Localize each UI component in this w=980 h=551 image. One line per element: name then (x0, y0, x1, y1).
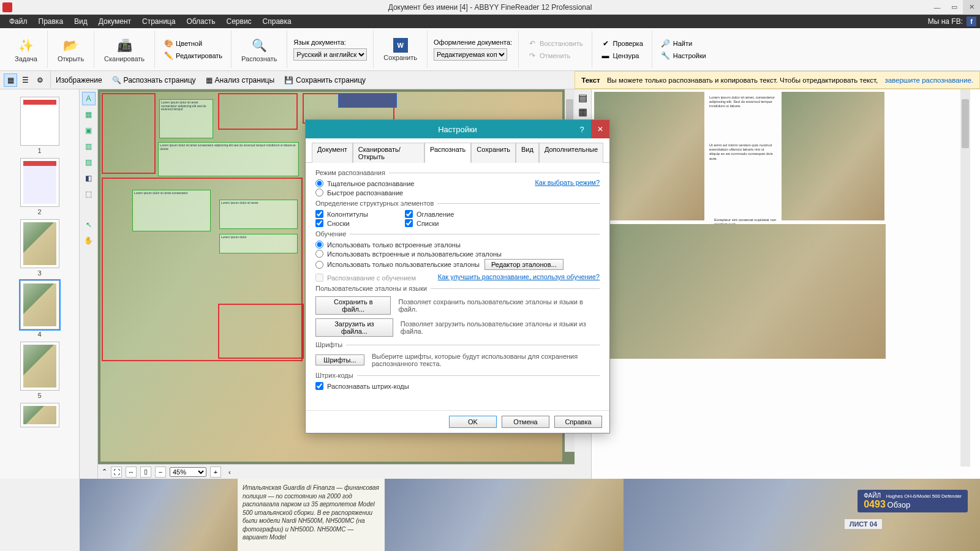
text-content[interactable]: Lorem ipsum dolor sit amet, consectetur … (592, 89, 980, 479)
zoom-in-button[interactable]: + (210, 467, 221, 478)
dialog-footer: OK Отмена Справка (306, 410, 609, 433)
zoom-out-button[interactable]: − (155, 467, 166, 478)
settings-button[interactable]: 🔧Настройки (658, 50, 709, 61)
tool-recognition-area[interactable]: ◧ (82, 171, 96, 185)
menu-file[interactable]: Файл (4, 17, 33, 26)
title-bar: Документ без имени [4] - ABBYY FineReade… (0, 0, 980, 15)
cb-barcode[interactable]: Распознавать штрих-коды (315, 381, 600, 391)
menu-service[interactable]: Сервис (221, 17, 257, 26)
fb-label: Мы на FB: (928, 17, 963, 26)
menu-edit[interactable]: Правка (33, 17, 69, 26)
wrench-icon: 🔧 (661, 51, 671, 61)
tool-eraser[interactable]: ⬚ (82, 187, 96, 201)
image-tab[interactable]: Изображение (51, 76, 107, 84)
thumbnail-4[interactable] (20, 280, 59, 329)
tab-advanced[interactable]: Дополнительные (539, 143, 603, 163)
thumbnail-6[interactable] (20, 403, 59, 427)
verify-button[interactable]: ✔Проверка (598, 38, 646, 49)
cb-headers[interactable]: Колонтитулы (315, 209, 368, 219)
fonts-button[interactable]: Шрифты... (315, 354, 364, 365)
menu-help[interactable]: Справка (257, 17, 297, 26)
menu-document[interactable]: Документ (93, 17, 137, 26)
thumbnail-3[interactable] (20, 219, 59, 268)
find-button[interactable]: 🔎Найти (658, 38, 709, 49)
fit-page-button[interactable]: ⛶ (111, 467, 122, 478)
read-button[interactable]: 🔍 Распознать (238, 37, 281, 62)
tool-table-area[interactable]: ▦ (82, 108, 96, 121)
menu-page[interactable]: Страница (137, 17, 181, 26)
thumbnail-5[interactable] (20, 342, 59, 391)
thumbnail-1[interactable] (20, 97, 59, 146)
layout-select[interactable]: Редактируемая копия (434, 48, 507, 61)
menu-view[interactable]: Вид (69, 17, 93, 26)
dialog-help-icon[interactable]: ? (573, 120, 591, 138)
tool-text-area[interactable]: A (82, 92, 96, 105)
training-help-link[interactable]: Как улучшить распознавание, используя об… (438, 273, 600, 280)
menu-area[interactable]: Область (181, 17, 221, 26)
text-scrollbar[interactable] (960, 89, 970, 467)
analyze-page-button[interactable]: ▦Анализ страницы (201, 76, 280, 84)
view-details-button[interactable]: ☰ (18, 73, 32, 87)
prev-button[interactable]: ‹ (228, 468, 231, 476)
dialog-close-icon[interactable]: ✕ (591, 120, 609, 138)
radio-both[interactable]: Использовать встроенные и пользовательск… (315, 249, 600, 258)
task-button[interactable]: ✨ Задача (11, 37, 41, 62)
read-page-button[interactable]: 🔍Распознать страницу (107, 76, 201, 84)
pattern-editor-button[interactable]: Редактор эталонов... (484, 259, 564, 270)
text-tool-1[interactable]: ▤ (578, 92, 587, 103)
tool-background-area[interactable]: ▨ (82, 156, 96, 169)
radio-user-only[interactable]: Использовать только пользовательские эта… (315, 260, 480, 269)
tab-document[interactable]: Документ (312, 143, 353, 163)
view-thumbnails-button[interactable]: ▦ (4, 73, 17, 87)
radio-thorough[interactable]: Тщательное распознавание (315, 179, 535, 188)
ok-button[interactable]: OK (449, 416, 497, 428)
help-button[interactable]: Справка (554, 416, 602, 428)
collapse-icon[interactable]: ⌃ (102, 468, 107, 476)
tool-barcode-area[interactable]: ▥ (82, 140, 96, 153)
cb-toc[interactable]: Оглавление (405, 209, 454, 219)
tab-save[interactable]: Сохранить (471, 143, 516, 163)
radio-builtin[interactable]: Использовать только встроенные эталоны (315, 240, 600, 249)
load-from-file-button[interactable]: Загрузить из файла... (315, 318, 393, 337)
cancel-button[interactable]: Отмена (502, 416, 549, 428)
save-button[interactable]: W Сохранить (380, 38, 421, 61)
complete-recognition-link[interactable]: завершите распознавание. (884, 77, 973, 84)
language-select[interactable]: Русский и английский (293, 48, 367, 61)
close-button[interactable]: ✕ (963, 0, 980, 15)
radio-fast[interactable]: Быстрое распознавание (315, 188, 600, 197)
tool-hand[interactable]: ✋ (82, 234, 96, 247)
tool-picture-area[interactable]: ▣ (82, 124, 96, 137)
dialog-titlebar[interactable]: Настройки ? ✕ (306, 120, 609, 138)
color-mode-button[interactable]: 🎨Цветной (161, 38, 225, 49)
minimize-button[interactable]: — (929, 0, 946, 15)
maximize-button[interactable]: ▭ (946, 0, 963, 15)
zoom-select[interactable]: 45% (170, 467, 206, 477)
dialog-tabs: Документ Сканировать/Открыть Распознать … (306, 138, 609, 163)
layout-label: Оформление документа: (434, 39, 512, 46)
tab-view[interactable]: Вид (516, 143, 539, 163)
palette-icon: 🎨 (164, 39, 173, 48)
actual-size-button[interactable]: ▯ (140, 467, 151, 478)
save-to-file-button[interactable]: Сохранить в файл... (315, 296, 391, 315)
save-page-button[interactable]: 💾Сохранить страницу (279, 76, 371, 84)
tab-scan-open[interactable]: Сканировать/Открыть (353, 143, 424, 163)
undo-button[interactable]: ↶Восстановить (525, 38, 585, 49)
facebook-icon[interactable]: f (967, 17, 976, 26)
tab-read[interactable]: Распознать (424, 143, 471, 163)
thumbnail-2[interactable] (20, 158, 59, 207)
censor-button[interactable]: ▬Цензура (598, 50, 646, 61)
edit-image-button[interactable]: ✏️Редактировать (161, 50, 225, 61)
fit-width-button[interactable]: ↔ (126, 467, 137, 478)
text-tool-2[interactable]: ▦ (578, 106, 587, 118)
undo-icon: ↶ (527, 39, 537, 48)
tool-select[interactable]: ↖ (82, 218, 96, 231)
scan-button[interactable]: 📠 Сканировать (100, 37, 148, 62)
scanner-icon: 📠 (115, 37, 134, 54)
cb-footnotes[interactable]: Сноски (315, 219, 368, 228)
mode-help-link[interactable]: Как выбрать режим? (535, 179, 600, 186)
view-options-button[interactable]: ⚙ (33, 73, 47, 87)
open-button[interactable]: 📂 Открыть (54, 37, 88, 62)
cb-lists[interactable]: Списки (405, 219, 454, 228)
closeup-panel: ⛶ − 121% + Итальянская Guardia di Finanz… (0, 479, 980, 551)
redo-button[interactable]: ↷Отменить (525, 50, 585, 61)
